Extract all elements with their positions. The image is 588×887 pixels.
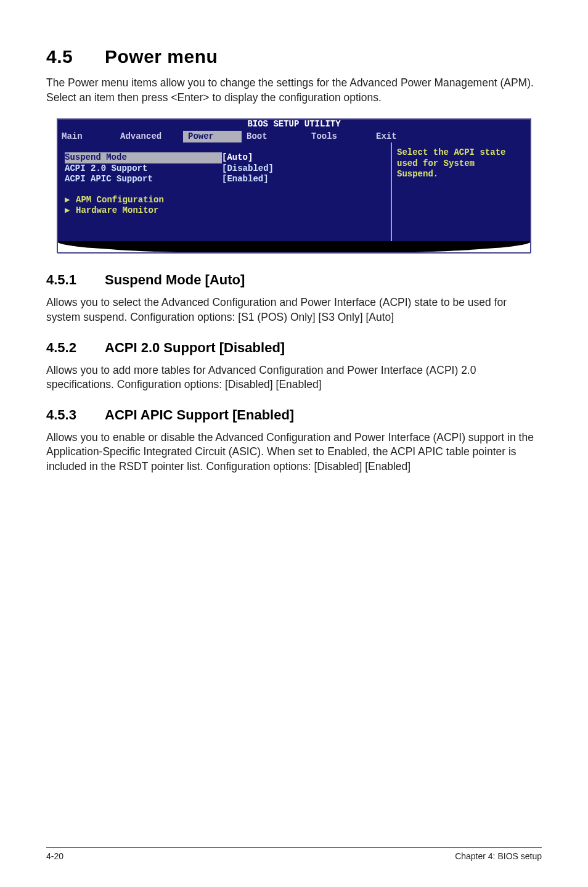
- tab-advanced[interactable]: Advanced: [115, 131, 183, 143]
- row-apm-label: APM Configuration: [76, 195, 164, 205]
- row-apm-config[interactable]: ▶APM Configuration: [65, 195, 385, 206]
- bios-screenshot: BIOS SETUP UTILITY Main Advanced Power B…: [57, 118, 531, 254]
- help-line-1: Select the ACPI state: [397, 147, 525, 159]
- tab-power[interactable]: Power: [183, 131, 242, 143]
- tab-tools[interactable]: Tools: [306, 131, 371, 143]
- row-apic[interactable]: ACPI APIC Support [Enabled]: [65, 174, 385, 185]
- row-acpi20-value: [Disabled]: [222, 163, 274, 175]
- bios-bottom-curve: [57, 241, 531, 254]
- tab-boot[interactable]: Boot: [242, 131, 306, 143]
- title-text: Power menu: [105, 46, 218, 67]
- triangle-right-icon: ▶: [65, 205, 76, 217]
- footer-chapter: Chapter 4: BIOS setup: [455, 851, 542, 861]
- bios-tabbar: Main Advanced Power Boot Tools Exit: [57, 131, 531, 143]
- row-acpi20[interactable]: ACPI 2.0 Support [Disabled]: [65, 163, 385, 175]
- section-453-num: 4.5.3: [46, 407, 105, 423]
- row-hardware-monitor[interactable]: ▶Hardware Monitor: [65, 205, 385, 217]
- row-suspend-mode[interactable]: Suspend Mode [Auto]: [65, 152, 385, 163]
- row-suspend-value: [Auto]: [222, 152, 253, 163]
- page-footer: 4-20 Chapter 4: BIOS setup: [46, 847, 542, 861]
- section-453-title: ACPI APIC Support [Enabled]: [105, 407, 294, 423]
- section-452-heading: 4.5.2ACPI 2.0 Support [Disabled]: [46, 340, 542, 356]
- section-451-heading: 4.5.1Suspend Mode [Auto]: [46, 272, 542, 288]
- help-line-3: Suspend.: [397, 169, 525, 180]
- section-451-title: Suspend Mode [Auto]: [105, 272, 245, 287]
- bios-help-pane: Select the ACPI state used for System Su…: [391, 142, 529, 241]
- row-hw-label: Hardware Monitor: [76, 205, 158, 215]
- title-number: 4.5: [46, 46, 105, 67]
- row-apic-label: ACPI APIC Support: [65, 174, 222, 185]
- footer-page-number: 4-20: [46, 851, 63, 861]
- help-line-2: used for System: [397, 159, 525, 170]
- section-452-body: Allows you to add more tables for Advanc…: [46, 363, 542, 392]
- section-452-title: ACPI 2.0 Support [Disabled]: [105, 340, 285, 355]
- bios-left-pane: Suspend Mode [Auto] ACPI 2.0 Support [Di…: [59, 142, 391, 241]
- bios-header: BIOS SETUP UTILITY: [57, 118, 531, 131]
- row-apic-value: [Enabled]: [222, 174, 269, 185]
- row-suspend-label: Suspend Mode: [65, 152, 222, 163]
- triangle-right-icon: ▶: [65, 195, 76, 206]
- tab-exit[interactable]: Exit: [371, 131, 430, 143]
- row-acpi20-label: ACPI 2.0 Support: [65, 163, 222, 175]
- page-title: 4.5Power menu: [46, 46, 542, 67]
- section-452-num: 4.5.2: [46, 340, 105, 356]
- section-451-body: Allows you to select the Advanced Config…: [46, 295, 542, 324]
- tab-main[interactable]: Main: [57, 131, 115, 143]
- section-453-body: Allows you to enable or disable the Adva…: [46, 431, 542, 474]
- section-451-num: 4.5.1: [46, 272, 105, 288]
- section-453-heading: 4.5.3ACPI APIC Support [Enabled]: [46, 407, 542, 423]
- intro-paragraph: The Power menu items allow you to change…: [46, 76, 542, 105]
